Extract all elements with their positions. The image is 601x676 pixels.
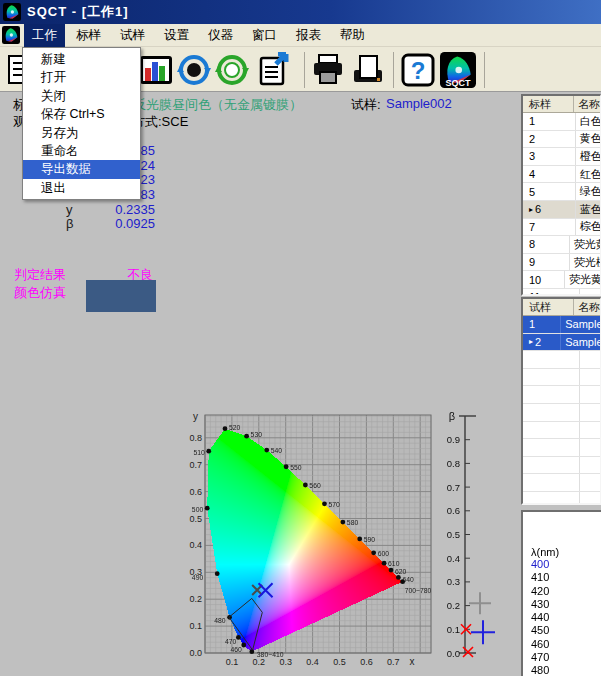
standards-table-row[interactable]: 1白色 <box>523 113 600 131</box>
empty-cell <box>523 351 580 368</box>
wavelength-rows: 400410420430440450460470480490 <box>523 558 601 676</box>
wavelength-row[interactable]: 410 <box>531 571 601 584</box>
samples-table-empty-row[interactable] <box>523 422 600 440</box>
current-row-marker: ▸ <box>529 205 533 214</box>
wavelength-row[interactable]: 460 <box>531 638 601 651</box>
samples-table-empty-row[interactable] <box>523 351 600 369</box>
svg-text:510: 510 <box>193 449 205 456</box>
menu-设置[interactable]: 设置 <box>156 24 197 47</box>
wavelength-row[interactable]: 450 <box>531 624 601 637</box>
svg-text:0.4: 0.4 <box>447 553 460 564</box>
samples-table-row[interactable]: 1Sample001 <box>523 316 600 334</box>
svg-text:590: 590 <box>364 536 376 543</box>
svg-text:620: 620 <box>395 568 407 575</box>
sample-name-cell: Sample002 <box>561 336 600 348</box>
wavelength-row[interactable]: 430 <box>531 598 601 611</box>
row-number: 1 <box>523 113 576 130</box>
export-report-icon[interactable] <box>256 52 292 88</box>
bar-chart-icon[interactable] <box>138 52 174 88</box>
standard-name-cell: 绿色 <box>576 184 600 199</box>
standards-table-row[interactable]: 3橙色 <box>523 148 600 166</box>
svg-text:?: ? <box>411 57 426 84</box>
menu-item[interactable]: 关闭 <box>23 87 140 105</box>
standards-table-row[interactable]: 7棕色 <box>523 219 600 237</box>
svg-text:0.9: 0.9 <box>447 434 460 445</box>
value-row: y0.2335 <box>0 203 155 218</box>
app-icon[interactable] <box>3 3 21 21</box>
menu-bar-items: 工作标样试样设置仪器窗口报表帮助 <box>24 24 376 47</box>
calibrate-white-icon[interactable] <box>214 52 250 88</box>
svg-text:520: 520 <box>229 424 241 431</box>
menu-报表[interactable]: 报表 <box>288 24 329 47</box>
svg-text:0.0: 0.0 <box>447 648 460 659</box>
standards-table-row[interactable]: 11 <box>523 289 600 296</box>
sample-name: Sample002 <box>386 96 452 111</box>
samples-table-empty-row[interactable] <box>523 457 600 475</box>
samples-table-empty-row[interactable] <box>523 386 600 404</box>
wavelength-row[interactable]: 440 <box>531 611 601 624</box>
samples-table-empty-row[interactable] <box>523 369 600 387</box>
standard-name-cell: 橙色 <box>576 149 600 164</box>
standard-name-cell: 黄色 <box>576 131 600 146</box>
samples-table-empty-row[interactable] <box>523 492 600 505</box>
standards-table-row[interactable]: 8荧光黄 <box>523 236 600 254</box>
menu-item[interactable]: 打开 <box>23 68 140 86</box>
row-number: 9 <box>523 254 570 271</box>
menu-item[interactable]: 另存为 <box>23 124 140 142</box>
menu-标样[interactable]: 标样 <box>68 24 109 47</box>
svg-text:460: 460 <box>230 646 242 653</box>
menu-帮助[interactable]: 帮助 <box>332 24 373 47</box>
standards-table-row[interactable]: 5绿色 <box>523 183 600 201</box>
standards-table-row[interactable]: ▸6蓝色 <box>523 201 600 219</box>
samples-table-empty-row[interactable] <box>523 439 600 457</box>
svg-text:700~780: 700~780 <box>405 587 432 594</box>
wavelength-row[interactable]: 480 <box>531 664 601 676</box>
row-number: 5 <box>523 183 576 200</box>
row-number: 7 <box>523 219 576 236</box>
standard-name-cell: 红色 <box>576 167 600 182</box>
svg-text:530: 530 <box>251 431 263 438</box>
samples-table-row[interactable]: ▸2Sample002 <box>523 334 600 352</box>
wavelength-row[interactable]: 470 <box>531 651 601 664</box>
standard-name-cell: 荧光黄 <box>570 237 600 252</box>
standards-header: 标样 名称 <box>523 96 600 113</box>
print-preview-icon[interactable] <box>350 52 386 88</box>
svg-text:570: 570 <box>328 501 340 508</box>
value-row: β0.0925 <box>0 217 155 232</box>
empty-cell <box>523 492 580 505</box>
samples-rows: 1Sample001▸2Sample002 <box>523 316 600 505</box>
menu-仪器[interactable]: 仪器 <box>200 24 241 47</box>
standards-table-row[interactable]: 4红色 <box>523 166 600 184</box>
chromaticity-chart: 0.10.20.30.40.50.60.70.00.10.20.30.40.50… <box>183 405 443 675</box>
menu-item[interactable]: 新建 <box>23 50 140 68</box>
wavelength-row[interactable]: 400 <box>531 558 601 571</box>
standards-table-row[interactable]: 2黄色 <box>523 131 600 149</box>
toolbar-separator <box>304 52 305 88</box>
print-icon[interactable] <box>310 52 346 88</box>
samples-table-empty-row[interactable] <box>523 474 600 492</box>
menu-item[interactable]: 重命名 <box>23 142 140 160</box>
row-number: ▸6 <box>523 201 576 218</box>
document-icon[interactable] <box>2 26 20 44</box>
menu-工作[interactable]: 工作 <box>24 24 65 47</box>
menu-item[interactable]: 保存 Ctrl+S <box>23 105 140 123</box>
sqct-logo-icon[interactable]: SQCT <box>440 52 476 88</box>
color-simulation-label: 颜色仿真 <box>14 284 66 302</box>
menu-item[interactable]: 退出 <box>23 179 140 197</box>
empty-cell <box>523 457 580 474</box>
standards-table-row[interactable]: 9荧光橙 <box>523 254 600 272</box>
wavelength-row[interactable]: 420 <box>531 585 601 598</box>
window-title: SQCT - [工作1] <box>27 3 129 21</box>
standards-table-row[interactable]: 10荧光黄绿 <box>523 271 600 289</box>
samples-col2-header: 名称 <box>574 300 600 315</box>
svg-text:540: 540 <box>271 447 283 454</box>
sample-label: 试样: <box>351 96 381 114</box>
toolbar-separator <box>393 52 394 88</box>
menu-试样[interactable]: 试样 <box>112 24 153 47</box>
svg-text:β: β <box>449 410 455 422</box>
menu-item[interactable]: 导出数据 <box>23 160 140 178</box>
calibrate-black-icon[interactable] <box>176 52 212 88</box>
samples-table-empty-row[interactable] <box>523 404 600 422</box>
menu-窗口[interactable]: 窗口 <box>244 24 285 47</box>
help-icon[interactable]: ? <box>400 52 436 88</box>
